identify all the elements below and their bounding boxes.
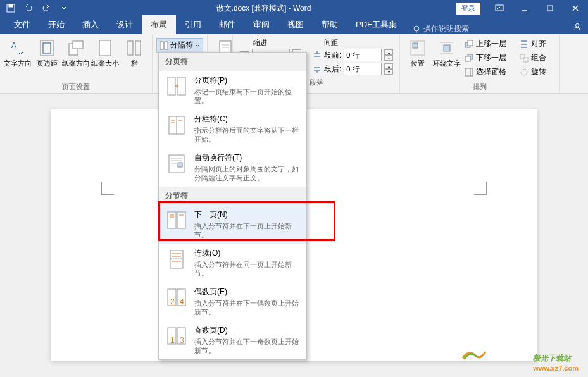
svg-rect-24 — [413, 43, 418, 48]
margins-button[interactable]: 页边距 — [33, 37, 61, 81]
svg-rect-40 — [178, 77, 185, 95]
spacing-before-input[interactable] — [344, 49, 382, 61]
position-icon — [408, 38, 428, 58]
svg-point-7 — [414, 26, 419, 31]
size-icon — [95, 38, 115, 58]
spacing-after-icon — [313, 65, 322, 73]
align-icon — [520, 40, 529, 49]
spacing-after-spinner[interactable]: ▴▾ — [384, 63, 393, 75]
maximize-icon[interactable] — [537, 0, 563, 16]
tell-me-search[interactable]: 操作说明搜索 — [412, 23, 469, 34]
tab-mailings[interactable]: 邮件 — [210, 15, 244, 34]
svg-rect-16 — [128, 41, 133, 55]
svg-rect-29 — [468, 40, 473, 46]
next-page-icon — [165, 209, 188, 232]
svg-rect-56 — [170, 250, 183, 268]
dropdown-section-page-breaks: 分页符 — [159, 53, 306, 71]
qat-dropdown-icon[interactable] — [57, 1, 71, 15]
orientation-icon — [66, 38, 86, 58]
svg-rect-37 — [520, 54, 525, 59]
continuous-icon — [165, 248, 188, 271]
item-title: 分页符(P) — [194, 75, 300, 86]
page-break-icon — [165, 75, 188, 98]
wrap-text-button[interactable]: 环绕文字 — [433, 37, 461, 81]
svg-text:2: 2 — [170, 297, 175, 306]
break-text-wrapping-break[interactable]: 自动换行符(T)分隔网页上的对象周围的文字，如分隔题注文字与正文。 — [159, 148, 306, 187]
watermark-swoosh-icon — [461, 347, 487, 359]
group-label-page-setup: 页面设置 — [4, 81, 148, 92]
selection-pane-button[interactable]: 选择窗格 — [462, 66, 516, 78]
item-title: 奇数页(D) — [194, 325, 300, 336]
item-desc: 插入分节符并在下一偶数页上开始新节。 — [194, 299, 300, 316]
item-title: 偶数页(E) — [194, 287, 300, 297]
window-title: 散文.docx [兼容模式] - Word — [71, 3, 456, 14]
position-button[interactable]: 位置 — [404, 37, 432, 81]
item-desc: 指示分栏符后面的文字将从下一栏开始。 — [194, 126, 300, 144]
tab-home[interactable]: 开始 — [39, 15, 73, 34]
tab-pdf[interactable]: PDF工具集 — [347, 15, 406, 34]
section-break-odd-page[interactable]: 13奇数页(D)插入分节符并在下一奇数页上开始新节。 — [159, 321, 306, 359]
item-desc: 插入分节符并在下一奇数页上开始新节。 — [194, 337, 300, 355]
svg-text:A: A — [11, 41, 16, 50]
svg-text:4: 4 — [180, 297, 184, 306]
svg-rect-2 — [496, 5, 503, 11]
item-desc: 标记一页结束与下一页开始的位置。 — [194, 87, 300, 105]
svg-rect-12 — [43, 43, 51, 53]
minimize-icon[interactable] — [512, 0, 537, 16]
break-page-break[interactable]: 分页符(P)标记一页结束与下一页开始的位置。 — [159, 71, 306, 109]
svg-rect-31 — [465, 56, 470, 61]
title-bar: 散文.docx [兼容模式] - Word 登录 — [0, 0, 588, 16]
section-break-continuous[interactable]: 连续(O)插入分节符并在同一页上开始新节。 — [159, 244, 306, 282]
tab-help[interactable]: 帮助 — [313, 15, 347, 34]
save-icon[interactable] — [4, 1, 18, 15]
align-button[interactable]: 对齐 — [517, 38, 555, 50]
svg-rect-1 — [9, 4, 13, 7]
login-button[interactable]: 登录 — [456, 3, 480, 15]
svg-text:1: 1 — [170, 336, 175, 345]
breaks-dropdown-button[interactable]: 分隔符 — [156, 38, 203, 53]
group-icon — [520, 54, 529, 63]
spacing-after-input[interactable] — [344, 63, 382, 75]
svg-rect-19 — [165, 42, 168, 49]
svg-rect-17 — [135, 41, 141, 55]
group-button[interactable]: 组合 — [517, 52, 555, 64]
margins-icon — [37, 38, 57, 58]
tab-layout[interactable]: 布局 — [142, 15, 176, 34]
spacing-header: 间距 — [313, 38, 393, 47]
tab-insert[interactable]: 插入 — [73, 15, 108, 34]
tab-references[interactable]: 引用 — [176, 15, 210, 34]
ribbon-options-icon[interactable] — [487, 0, 512, 16]
close-icon[interactable] — [563, 0, 588, 16]
orientation-button[interactable]: 纸张方向 — [62, 37, 90, 81]
selection-icon — [465, 68, 473, 77]
svg-rect-38 — [523, 58, 528, 62]
tab-review[interactable]: 审阅 — [244, 15, 278, 34]
ribbon-tabs: 文件 开始 插入 设计 布局 引用 邮件 审阅 视图 帮助 PDF工具集 操作说… — [0, 16, 588, 34]
send-backward-button[interactable]: 下移一层 — [462, 52, 516, 64]
rotate-button[interactable]: 旋转 — [517, 66, 555, 78]
section-break-even-page[interactable]: 24偶数页(E)插入分节符并在下一偶数页上开始新节。 — [159, 282, 306, 321]
section-break-next-page[interactable]: 下一页(N)插入分节符并在下一页上开始新节。 — [159, 205, 306, 244]
column-break-icon — [165, 114, 188, 137]
bring-forward-button[interactable]: 上移一层 — [462, 38, 516, 50]
tab-view[interactable]: 视图 — [278, 15, 313, 34]
svg-rect-14 — [73, 41, 83, 49]
size-button[interactable]: 纸张大小 — [91, 37, 119, 81]
tab-file[interactable]: 文件 — [5, 15, 39, 34]
columns-button[interactable]: 栏 — [120, 37, 148, 81]
spacing-before-spinner[interactable]: ▴▾ — [384, 49, 393, 61]
svg-rect-52 — [177, 212, 185, 228]
svg-rect-15 — [99, 40, 111, 56]
text-direction-button[interactable]: A文字方向 — [4, 37, 32, 81]
breaks-icon — [160, 41, 168, 50]
break-column-break[interactable]: 分栏符(C)指示分栏符后面的文字将从下一栏开始。 — [159, 109, 306, 148]
share-button[interactable] — [566, 19, 588, 34]
odd-page-icon: 13 — [165, 325, 188, 348]
svg-rect-18 — [160, 42, 163, 49]
redo-icon[interactable] — [39, 1, 53, 15]
group-page-setup: A文字方向 页边距 纸张方向 纸张大小 栏 页面设置 — [0, 34, 153, 93]
svg-point-9 — [576, 24, 579, 27]
item-desc: 插入分节符并在下一页上开始新节。 — [194, 221, 300, 239]
tab-design[interactable]: 设计 — [108, 15, 142, 34]
undo-icon[interactable] — [22, 1, 35, 15]
